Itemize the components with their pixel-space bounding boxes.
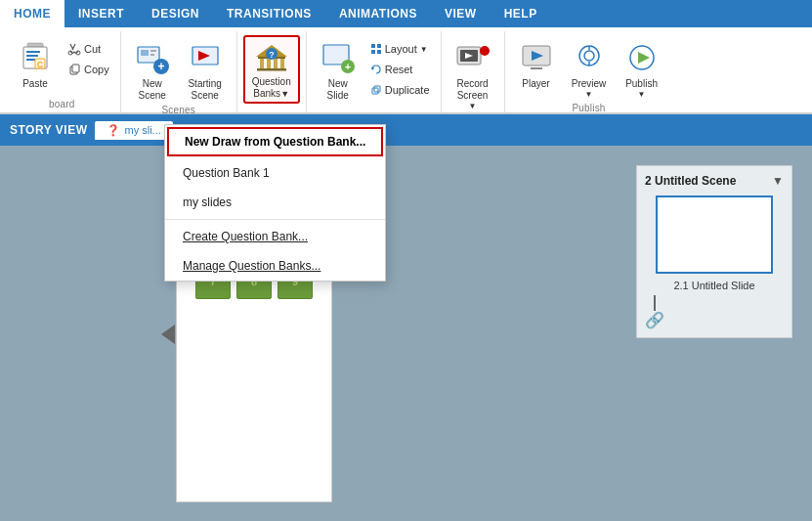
story-view-tab-icon: ❓: [107, 124, 120, 137]
scenes-group: + NewScene StartingScene Scenes: [121, 31, 237, 112]
tab-insert[interactable]: INSERT: [64, 0, 138, 27]
svg-rect-12: [141, 50, 149, 56]
copy-label: Copy: [84, 64, 109, 75]
svg-rect-14: [150, 54, 154, 56]
svg-text:+: +: [157, 60, 164, 73]
svg-rect-34: [377, 50, 381, 54]
clipboard-group-label: board: [49, 99, 75, 109]
record-screen-icon: [455, 40, 491, 75]
duplicate-button[interactable]: Duplicate: [365, 80, 435, 100]
duplicate-label: Duplicate: [385, 84, 430, 96]
svg-rect-3: [26, 55, 38, 57]
tab-transitions[interactable]: TRANSITIONS: [213, 0, 325, 27]
scene-title: 2 Untitled Scene: [645, 174, 736, 188]
slide-small-btns: Layout ▼ Reset Duplicate: [365, 35, 435, 100]
svg-point-41: [480, 46, 490, 56]
ribbon-content: C Paste Cut Copy board: [0, 27, 812, 113]
story-view-tab-label: my sli...: [124, 124, 160, 136]
copy-button[interactable]: Copy: [63, 60, 114, 79]
tab-view[interactable]: VIEW: [431, 0, 491, 27]
starting-scene-button[interactable]: StartingScene: [180, 35, 231, 105]
preview-label: Preview: [572, 78, 607, 90]
svg-rect-22: [274, 59, 278, 68]
svg-rect-24: [257, 68, 286, 71]
slide-label: 2.1 Untitled Slide: [645, 280, 784, 291]
svg-rect-32: [377, 44, 381, 48]
my-slides-item[interactable]: my slides: [165, 188, 385, 217]
question-bank-1-item[interactable]: Question Bank 1: [165, 158, 385, 188]
svg-rect-2: [26, 51, 40, 53]
new-slide-label: NewSlide: [327, 78, 349, 102]
reset-button[interactable]: Reset: [365, 60, 435, 79]
question-banks-button[interactable]: ? QuestionBanks▼: [243, 35, 300, 104]
dropdown-separator: [165, 219, 385, 220]
svg-rect-21: [267, 59, 271, 68]
record-screen-chevron: ▼: [469, 102, 477, 111]
svg-rect-37: [374, 86, 380, 92]
ribbon-tabs-bar: HOME INSERT DESIGN TRANSITIONS ANIMATION…: [0, 0, 812, 27]
scenes-items: + NewScene StartingScene: [127, 31, 231, 105]
layout-button[interactable]: Layout ▼: [365, 39, 435, 59]
preview-icon: [572, 40, 607, 75]
layout-label: Layout: [385, 43, 417, 55]
publish-button[interactable]: Publish ▼: [617, 35, 667, 103]
scene-dropdown-arrow[interactable]: ▼: [772, 174, 784, 188]
ribbon: HOME INSERT DESIGN TRANSITIONS ANIMATION…: [0, 0, 812, 114]
tab-help[interactable]: HELP: [491, 0, 551, 27]
publish-group: Player Preview ▼: [505, 31, 673, 112]
svg-rect-31: [371, 44, 375, 48]
svg-text:C: C: [37, 60, 44, 69]
new-scene-button[interactable]: + NewScene: [127, 35, 178, 105]
tab-design[interactable]: DESIGN: [138, 0, 213, 27]
record-screen-label: RecordScreen: [456, 78, 488, 102]
publish-group-label: Publish: [572, 103, 605, 113]
reset-label: Reset: [385, 64, 413, 75]
svg-text:+: +: [344, 61, 350, 72]
preview-button[interactable]: Preview ▼: [564, 35, 615, 103]
slide-panel-arrow[interactable]: [161, 325, 175, 344]
svg-rect-23: [280, 59, 284, 68]
qb-items: ? QuestionBanks▼: [243, 31, 300, 109]
cut-label: Cut: [84, 43, 101, 55]
svg-rect-13: [150, 50, 156, 52]
tab-home[interactable]: HOME: [0, 0, 64, 27]
create-qb-item[interactable]: Create Question Bank...: [165, 222, 385, 251]
publish-items: Player Preview ▼: [511, 31, 667, 103]
new-slide-button[interactable]: + NewSlide: [313, 35, 363, 105]
scene-header: 2 Untitled Scene ▼: [645, 174, 784, 188]
player-icon: [519, 40, 554, 75]
paste-button[interactable]: C Paste: [10, 35, 61, 98]
player-button[interactable]: Player: [511, 35, 562, 98]
svg-rect-36: [372, 88, 378, 94]
new-draw-item[interactable]: New Draw from Question Bank...: [167, 127, 383, 156]
question-banks-dropdown: New Draw from Question Bank... Question …: [164, 124, 386, 282]
svg-rect-44: [531, 67, 542, 69]
publish-label: Publish: [625, 78, 658, 90]
player-label: Player: [522, 78, 549, 90]
publish-icon: [624, 40, 660, 75]
cut-button[interactable]: Cut: [63, 39, 114, 59]
svg-text:?: ?: [269, 50, 275, 60]
svg-rect-20: [260, 59, 264, 68]
clipboard-items: C Paste Cut Copy: [10, 31, 114, 99]
new-scene-label: NewScene: [139, 78, 166, 102]
canvas-area: 123456789 2 Untitled Scene ▼ 2.1 Untitle…: [0, 146, 812, 521]
svg-rect-10: [72, 65, 79, 72]
new-slide-group: + NewSlide Layout ▼ Reset: [307, 31, 442, 112]
paste-icon: C: [18, 40, 53, 75]
story-view-label: STORY VIEW: [10, 123, 87, 137]
paste-label: Paste: [22, 78, 48, 90]
slide-connector: 🔗: [645, 295, 664, 329]
starting-scene-label: StartingScene: [188, 78, 221, 102]
slide-thumbnail[interactable]: [656, 195, 773, 274]
question-banks-group: ? QuestionBanks▼: [237, 31, 307, 112]
record-screen-group: RecordScreen ▼: [442, 31, 505, 112]
svg-marker-50: [638, 52, 650, 64]
record-screen-button[interactable]: RecordScreen ▼: [448, 35, 498, 114]
new-slide-icon: +: [321, 40, 356, 75]
clipboard-small-btns: Cut Copy: [63, 35, 114, 79]
manage-qb-item[interactable]: Manage Question Banks...: [165, 251, 385, 281]
new-scene-icon: +: [135, 40, 170, 75]
story-view-tab[interactable]: ❓ my sli...: [95, 121, 172, 140]
tab-animations[interactable]: ANIMATIONS: [325, 0, 431, 27]
